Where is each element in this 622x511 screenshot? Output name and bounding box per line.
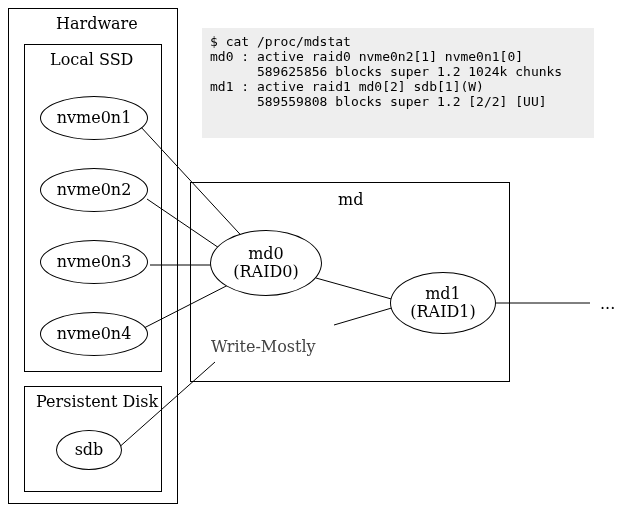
disk-label: nvme0n2 [57, 181, 132, 199]
mdstat-block: $ cat /proc/mdstat md0 : active raid0 nv… [202, 28, 594, 138]
disk-nvme0n2: nvme0n2 [40, 168, 148, 212]
disk-label: nvme0n4 [57, 325, 132, 343]
md0-label: md0 (RAID0) [233, 245, 298, 282]
md1-label: md1 (RAID1) [410, 285, 475, 322]
write-mostly-label: Write-Mostly [211, 337, 316, 356]
disk-label: nvme0n3 [57, 253, 132, 271]
disk-label: sdb [75, 441, 104, 459]
disk-nvme0n1: nvme0n1 [40, 96, 148, 140]
md-label: md [338, 190, 363, 209]
disk-nvme0n4: nvme0n4 [40, 312, 148, 356]
disk-sdb: sdb [56, 430, 122, 470]
md0-node: md0 (RAID0) [210, 230, 322, 296]
mdstat-line: $ cat /proc/mdstat [210, 34, 351, 49]
md1-node: md1 (RAID1) [390, 272, 496, 334]
mdstat-line: md1 : active raid1 md0[2] sdb[1](W) [210, 79, 484, 94]
ellipsis-label: ... [600, 294, 615, 313]
disk-nvme0n3: nvme0n3 [40, 240, 148, 284]
hardware-label: Hardware [56, 14, 138, 33]
mdstat-line: 589559808 blocks super 1.2 [2/2] [UU] [210, 94, 547, 109]
local-ssd-label: Local SSD [50, 50, 133, 69]
persistent-disk-label: Persistent Disk [36, 392, 158, 411]
disk-label: nvme0n1 [57, 109, 132, 127]
mdstat-line: 589625856 blocks super 1.2 1024k chunks [210, 64, 562, 79]
mdstat-line: md0 : active raid0 nvme0n2[1] nvme0n1[0] [210, 49, 523, 64]
